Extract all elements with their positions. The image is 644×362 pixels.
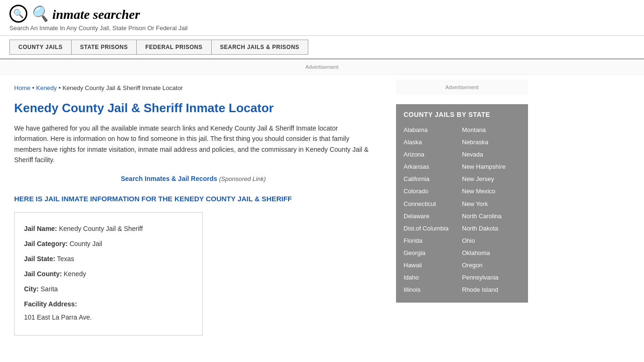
city-value: Sarita — [41, 285, 58, 293]
state-link[interactable]: Ohio — [462, 235, 520, 247]
state-col-left: AlabamaAlaskaArizonaArkansasCaliforniaCo… — [404, 124, 462, 296]
state-link[interactable]: California — [404, 173, 462, 185]
jail-name-value: Kenedy County Jail & Sheriff — [59, 225, 143, 232]
facility-address-field: Facility Address: 101 East La Parra Ave. — [24, 297, 193, 324]
state-link[interactable]: North Carolina — [462, 210, 520, 222]
tagline: Search An Inmate In Any County Jail, Sta… — [9, 25, 635, 32]
navbar: COUNTY JAILS STATE PRISONS FEDERAL PRISO… — [0, 36, 644, 59]
state-link[interactable]: New Jersey — [462, 173, 520, 185]
info-heading: HERE IS JAIL INMATE INFORMATION FOR THE … — [14, 194, 372, 204]
state-link[interactable]: Nebraska — [462, 136, 520, 148]
state-link[interactable]: Oregon — [462, 259, 520, 272]
jail-category-label: Jail Category: — [24, 240, 68, 247]
page-title: Kenedy County Jail & Sheriff Inmate Loca… — [14, 101, 372, 115]
state-link[interactable]: Dist.of Columbia — [404, 222, 462, 235]
logo-icon: 🔍 — [9, 5, 27, 23]
header: 🔍 🔍 inmate searcher Search An Inmate In … — [0, 0, 644, 36]
state-columns: AlabamaAlaskaArizonaArkansasCaliforniaCo… — [404, 124, 520, 296]
state-link[interactable]: Hawaii — [404, 259, 462, 272]
facility-address-value: 101 East La Parra Ave. — [24, 311, 193, 324]
state-link[interactable]: New Mexico — [462, 185, 520, 197]
jail-county-value: Kenedy — [64, 270, 86, 278]
breadcrumb-current: Kenedy County Jail & Sheriff Inmate Loca… — [62, 84, 183, 91]
breadcrumb-kenedy[interactable]: Kenedy — [36, 84, 57, 91]
jail-name-field: Jail Name: Kenedy County Jail & Sheriff — [24, 222, 193, 235]
federal-prisons-btn[interactable]: FEDERAL PRISONS — [136, 40, 211, 55]
sidebar: Advertisement COUNTY JAILS BY STATE Alab… — [387, 75, 537, 345]
state-link[interactable]: Georgia — [404, 247, 462, 259]
state-link[interactable]: Arizona — [404, 148, 462, 161]
county-jails-btn[interactable]: COUNTY JAILS — [9, 40, 71, 55]
state-link[interactable]: Colorado — [404, 185, 462, 197]
jail-category-field: Jail Category: County Jail — [24, 237, 193, 250]
state-link[interactable]: Illinois — [404, 284, 462, 296]
state-link[interactable]: Pennsylvania — [462, 272, 520, 284]
description: We have gathered for you all the availab… — [14, 123, 372, 165]
state-link[interactable]: Rhode Island — [462, 284, 520, 296]
state-list-box: COUNTY JAILS BY STATE AlabamaAlaskaArizo… — [396, 104, 528, 303]
main-layout: Home • Kenedy • Kenedy County Jail & She… — [0, 75, 644, 345]
jail-state-label: Jail State: — [24, 255, 55, 263]
search-link-area: Search Inmates & Jail Records (Sponsored… — [14, 175, 372, 182]
state-link[interactable]: Delaware — [404, 210, 462, 222]
state-link[interactable]: Connecticut — [404, 198, 462, 210]
jail-county-label: Jail County: — [24, 270, 62, 278]
state-link[interactable]: New York — [462, 198, 520, 210]
jail-state-field: Jail State: Texas — [24, 252, 193, 265]
state-link[interactable]: Florida — [404, 235, 462, 247]
breadcrumb: Home • Kenedy • Kenedy County Jail & She… — [14, 84, 372, 91]
state-link[interactable]: Nevada — [462, 148, 520, 161]
state-link[interactable]: Alaska — [404, 136, 462, 148]
ad-banner: Advertisement — [0, 59, 644, 75]
info-box: Jail Name: Kenedy County Jail & Sheriff … — [14, 212, 203, 336]
facility-address-label: Facility Address: — [24, 297, 193, 311]
search-jails-btn[interactable]: SEARCH JAILS & PRISONS — [211, 40, 308, 55]
content: Home • Kenedy • Kenedy County Jail & She… — [0, 75, 387, 345]
state-link[interactable]: Oklahoma — [462, 247, 520, 259]
logo-text: 🔍 inmate searcher — [30, 5, 140, 23]
jail-state-value: Texas — [57, 255, 74, 263]
state-link[interactable]: Idaho — [404, 272, 462, 284]
breadcrumb-home[interactable]: Home — [14, 84, 31, 91]
state-prisons-btn[interactable]: STATE PRISONS — [71, 40, 136, 55]
jail-county-field: Jail County: Kenedy — [24, 267, 193, 280]
state-link[interactable]: North Dakota — [462, 222, 520, 235]
state-link[interactable]: Alabama — [404, 124, 462, 136]
state-link[interactable]: Montana — [462, 124, 520, 136]
jail-category-value: County Jail — [69, 240, 102, 247]
search-inmates-link[interactable]: Search Inmates & Jail Records — [121, 175, 217, 182]
sidebar-ad: Advertisement — [396, 80, 528, 95]
logo-area: 🔍 🔍 inmate searcher — [9, 5, 635, 23]
state-link[interactable]: New Hampshire — [462, 161, 520, 173]
state-list-title: COUNTY JAILS BY STATE — [404, 111, 520, 118]
jail-name-label: Jail Name: — [24, 225, 57, 232]
city-field: City: Sarita — [24, 282, 193, 296]
state-link[interactable]: Arkansas — [404, 161, 462, 173]
state-col-right: MontanaNebraskaNevadaNew HampshireNew Je… — [462, 124, 520, 296]
city-label: City: — [24, 285, 39, 293]
